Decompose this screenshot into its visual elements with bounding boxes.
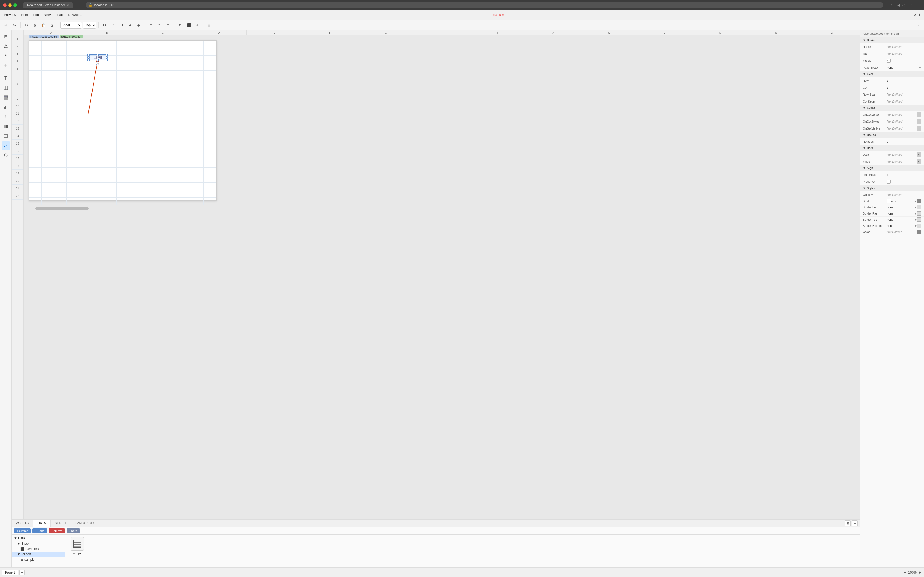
cell-22-A[interactable] (29, 198, 42, 205)
cell-19-A[interactable] (29, 175, 42, 182)
cell-7-J[interactable] (141, 85, 154, 93)
tree-item-favorites[interactable]: ⬛ Favorites (12, 546, 65, 552)
cell-10-M[interactable] (179, 108, 191, 115)
cell-2-O[interactable] (204, 48, 216, 55)
border-bottom-color[interactable] (917, 224, 921, 228)
cell-12-D[interactable] (66, 123, 79, 130)
cell-6-F[interactable] (91, 78, 104, 85)
value-edit-btn[interactable]: ▼ (916, 159, 921, 164)
sign-icon[interactable] (2, 141, 10, 150)
on-get-value-edit-btn[interactable]: … (916, 112, 921, 117)
cell-12-O[interactable] (204, 123, 216, 130)
cell-22-I[interactable] (129, 198, 141, 205)
cell-13-J[interactable] (141, 131, 154, 137)
cell-6-O[interactable] (204, 78, 216, 85)
cell-2-A[interactable] (29, 48, 42, 55)
cell-7-O[interactable] (204, 85, 216, 93)
border-top-select[interactable]: none ▼ (887, 218, 917, 221)
sign-element[interactable]: [서 명] ↻ (88, 55, 107, 60)
cell-10-O[interactable] (204, 108, 216, 115)
cell-11-E[interactable] (79, 115, 92, 122)
cell-12-L[interactable] (166, 123, 179, 130)
rotate-handle[interactable]: ↻ (96, 61, 99, 65)
cell-19-B[interactable] (42, 175, 54, 182)
cell-6-N[interactable] (191, 78, 204, 85)
cell-19-L[interactable] (166, 175, 179, 182)
cell-13-K[interactable] (154, 131, 166, 137)
cell-10-A[interactable] (29, 108, 42, 115)
info-icon[interactable]: ℹ (919, 13, 920, 17)
menu-edit[interactable]: Edit (33, 13, 39, 17)
cell-11-G[interactable] (104, 115, 116, 122)
cell-12-I[interactable] (129, 123, 141, 130)
cell-17-M[interactable] (179, 160, 191, 168)
cell-22-B[interactable] (42, 198, 54, 205)
cell-14-F[interactable] (91, 138, 104, 145)
cell-13-D[interactable] (66, 131, 79, 137)
cell-21-I[interactable] (129, 190, 141, 197)
cell-10-D[interactable] (66, 108, 79, 115)
cell-2-C[interactable] (54, 48, 66, 55)
cell-21-L[interactable] (166, 190, 179, 197)
cell-14-L[interactable] (166, 138, 179, 145)
cell-6-E[interactable] (79, 78, 92, 85)
cell-3-J[interactable] (141, 56, 154, 63)
cell-6-A[interactable] (29, 78, 42, 85)
cell-17-J[interactable] (141, 160, 154, 168)
cell-15-M[interactable] (179, 145, 191, 153)
cell-22-L[interactable] (166, 198, 179, 205)
cell-17-H[interactable] (116, 160, 129, 168)
cell-20-N[interactable] (191, 183, 204, 190)
cell-7-K[interactable] (154, 85, 166, 93)
cell-5-I[interactable] (129, 71, 141, 78)
new-tab-btn[interactable]: + (76, 3, 78, 8)
band-icon[interactable] (2, 93, 10, 102)
cell-15-K[interactable] (154, 145, 166, 153)
cell-16-C[interactable] (54, 153, 66, 160)
cell-4-G[interactable] (104, 63, 116, 70)
cell-6-L[interactable] (166, 78, 179, 85)
close-window-btn[interactable] (3, 3, 7, 7)
cell-18-I[interactable] (129, 168, 141, 175)
cell-18-K[interactable] (154, 168, 166, 175)
cell-17-D[interactable] (66, 160, 79, 168)
cell-7-L[interactable] (166, 85, 179, 93)
cell-7-C[interactable] (54, 85, 66, 93)
cell-8-H[interactable] (116, 93, 129, 100)
tab-data[interactable]: DATA (33, 520, 50, 527)
cell-19-J[interactable] (141, 175, 154, 182)
cell-3-A[interactable] (29, 56, 42, 63)
cell-3-B[interactable] (42, 56, 54, 63)
cell-11-H[interactable] (116, 115, 129, 122)
cell-6-M[interactable] (179, 78, 191, 85)
cell-16-A[interactable] (29, 153, 42, 160)
cell-21-M[interactable] (179, 190, 191, 197)
cell-15-G[interactable] (104, 145, 116, 153)
tree-item-report[interactable]: ▼ Report (12, 552, 65, 557)
cell-12-J[interactable] (141, 123, 154, 130)
cell-9-G[interactable] (104, 100, 116, 108)
undo-btn[interactable]: ↩ (2, 21, 10, 29)
cell-22-O[interactable] (204, 198, 216, 205)
zoom-minus-btn[interactable]: − (904, 570, 906, 575)
cell-13-F[interactable] (91, 131, 104, 137)
cell-18-N[interactable] (191, 168, 204, 175)
share-btn[interactable]: Share (66, 529, 80, 533)
cell-6-I[interactable] (129, 78, 141, 85)
menu-load[interactable]: Load (55, 13, 63, 17)
paste-btn[interactable]: 📋 (40, 21, 47, 29)
panels-icon[interactable]: ⊞ (2, 32, 10, 40)
cell-9-H[interactable] (116, 100, 129, 108)
cell-6-H[interactable] (116, 78, 129, 85)
cell-10-E[interactable] (79, 108, 92, 115)
cell-14-B[interactable] (42, 138, 54, 145)
cell-17-B[interactable] (42, 160, 54, 168)
cell-10-G[interactable] (104, 108, 116, 115)
cell-14-M[interactable] (179, 138, 191, 145)
tab-script[interactable]: SCRIPT (50, 520, 71, 527)
cell-21-F[interactable] (91, 190, 104, 197)
text-icon[interactable]: T (2, 74, 10, 82)
cell-1-L[interactable] (166, 40, 179, 48)
cell-20-C[interactable] (54, 183, 66, 190)
border-select[interactable]: none ▼ (891, 200, 917, 203)
